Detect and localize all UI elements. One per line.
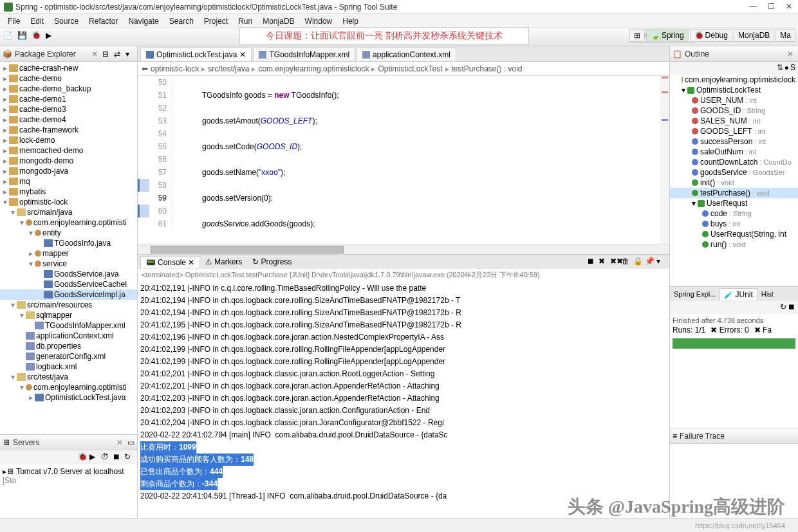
markers-tab[interactable]: ⚠ Markers	[200, 256, 247, 268]
scroll-lock-icon[interactable]: 🔒	[633, 257, 644, 267]
debug-icon[interactable]: 🐞	[32, 31, 44, 44]
xml-file[interactable]: logback.xml	[36, 362, 77, 371]
server-start-icon[interactable]: ▶	[89, 452, 100, 463]
editor-tab[interactable]: OptimisticLockTest.java✕	[140, 48, 252, 61]
breadcrumb[interactable]: ⬅ optimistic-lock▸ src/test/java▸ com.en…	[138, 62, 669, 76]
project-item[interactable]: mongodb-demo	[19, 156, 73, 165]
horizontal-scrollbar[interactable]	[138, 244, 669, 254]
rerun-test-icon[interactable]: ↻	[780, 302, 786, 313]
menu-refactor[interactable]: Refactor	[84, 15, 123, 27]
minimize-button[interactable]: —	[744, 0, 762, 13]
folder-item[interactable]: sqlmapper	[36, 311, 72, 320]
junit-tab[interactable]: 🧪 JUnit	[719, 288, 757, 300]
project-item[interactable]: cache-demo1	[19, 95, 66, 104]
package-item[interactable]: service	[42, 259, 67, 268]
xml-file[interactable]: TGoodsInfoMapper.xml	[45, 321, 125, 330]
package-item[interactable]: mapper	[42, 249, 69, 258]
package-item[interactable]: com.enjoylearning.optimisti	[33, 218, 127, 227]
project-item[interactable]: optimistic-lock	[19, 197, 68, 206]
xml-file[interactable]: generatorConfig.xml	[36, 352, 106, 361]
file-item[interactable]: db.properties	[36, 342, 81, 351]
hide-fields-icon[interactable]: ●	[784, 63, 789, 73]
project-item[interactable]: mq	[19, 177, 30, 186]
history-tab[interactable]: Hist	[757, 289, 777, 299]
project-item[interactable]: cache-demo	[19, 74, 62, 83]
menu-window[interactable]: Window	[300, 15, 338, 27]
open-perspective-icon[interactable]: ⊞	[629, 29, 645, 42]
new-icon[interactable]: 📄	[3, 31, 16, 44]
outline-title: Outline	[685, 50, 783, 59]
source-folder[interactable]: src/test/java	[27, 372, 68, 381]
perspective-debug[interactable]: 🐞 Debug	[690, 29, 732, 42]
menu-edit[interactable]: Edit	[25, 15, 49, 27]
close-servers-icon[interactable]: ✕	[115, 438, 125, 447]
project-item[interactable]: cache-demo4	[19, 115, 66, 124]
xml-file[interactable]: applicationContext.xml	[36, 331, 114, 340]
java-file[interactable]: GoodsService.java	[54, 270, 119, 279]
perspective-more[interactable]: Ma	[775, 29, 795, 42]
server-profile-icon[interactable]: ⏱	[101, 452, 111, 463]
progress-tab[interactable]: ↻ Progress	[247, 256, 297, 268]
source-folder[interactable]: src/main/java	[27, 208, 73, 217]
close-tab-icon[interactable]: ✕	[239, 50, 246, 59]
run-icon[interactable]: ▶	[46, 31, 59, 44]
menu-help[interactable]: Help	[337, 15, 364, 27]
outline-tree[interactable]: com.enjoylearning.optimisticlock ▾Optimi…	[670, 75, 798, 286]
project-item[interactable]: cache-demo3	[19, 105, 66, 114]
perspective-spring[interactable]: 🍃 Spring	[646, 29, 689, 42]
close-button[interactable]: ✕	[780, 0, 798, 13]
code-editor[interactable]: 505152535455565758596061 TGoodsInfo good…	[138, 76, 669, 244]
clear-console-icon[interactable]: 🗑	[622, 257, 632, 267]
maximize-button[interactable]: ☐	[762, 0, 780, 13]
server-item[interactable]: ▸🖥 Tomcat v7.0 Server at localhost [Sto	[3, 467, 135, 485]
terminate-icon[interactable]: ⏹	[587, 257, 597, 267]
console-tab[interactable]: 📟 Console ✕	[140, 256, 200, 268]
menu-project[interactable]: Project	[199, 15, 233, 27]
package-explorer-tree[interactable]: ▸cache-crash-new ▸cache-demo ▸cache-demo…	[0, 62, 137, 434]
spring-explorer-tab[interactable]: Spring Expl...	[670, 289, 719, 299]
project-item[interactable]: mybatis	[19, 187, 46, 196]
java-file[interactable]: GoodsServiceCacheI	[54, 280, 127, 289]
project-item[interactable]: mongodb-java	[19, 167, 68, 176]
close-view-icon[interactable]: ✕	[89, 50, 100, 59]
project-item[interactable]: cache-framework	[19, 125, 79, 134]
close-outline-icon[interactable]: ✕	[785, 50, 795, 59]
remove-all-icon[interactable]: ✖✖	[610, 257, 620, 267]
package-item[interactable]: com.enjoylearning.optimisti	[33, 383, 127, 392]
java-file[interactable]: GoodsServiceImpl.ja	[54, 290, 125, 299]
display-console-icon[interactable]: ▾	[656, 257, 667, 267]
menu-run[interactable]: Run	[233, 15, 257, 27]
view-menu-icon[interactable]: ▾	[125, 50, 135, 59]
project-item[interactable]: cache-demo_backup	[19, 84, 91, 93]
stop-test-icon[interactable]: ⏹	[788, 302, 795, 313]
source-folder[interactable]: src/main/resources	[27, 300, 92, 309]
link-editor-icon[interactable]: ⇄	[114, 50, 123, 59]
menu-source[interactable]: Source	[49, 15, 84, 27]
project-item[interactable]: cache-crash-new	[19, 64, 78, 73]
pin-console-icon[interactable]: 📌	[645, 257, 655, 267]
menu-search[interactable]: Search	[164, 15, 199, 27]
package-item[interactable]: entity	[42, 228, 61, 237]
console-output[interactable]: 20:41:02,191 |-INFO in c.q.l.core.rollin…	[138, 281, 669, 518]
java-file[interactable]: TGoodsInfo.java	[54, 239, 111, 248]
menu-monjadb[interactable]: MonjaDB	[257, 15, 299, 27]
menu-file[interactable]: File	[3, 15, 25, 27]
close-tab-icon[interactable]: ✕	[188, 258, 194, 267]
save-icon[interactable]: 💾	[17, 31, 30, 44]
junit-status: Finished after 4.738 seconds	[673, 316, 795, 324]
editor-tab[interactable]: TGoodsInfoMapper.xml	[253, 48, 355, 61]
hide-static-icon[interactable]: S	[790, 63, 795, 73]
project-item[interactable]: memcached-demo	[19, 146, 83, 155]
sort-icon[interactable]: ⇅	[777, 63, 783, 73]
server-publish-icon[interactable]: ↻	[124, 452, 135, 463]
collapse-all-icon[interactable]: ⊟	[102, 50, 111, 59]
perspective-monjadb[interactable]: MonjaDB	[734, 29, 774, 42]
menu-navigate[interactable]: Navigate	[123, 15, 163, 27]
project-item[interactable]: lock-demo	[19, 136, 55, 145]
remove-launch-icon[interactable]: ✖	[598, 257, 609, 267]
minimize-view-icon[interactable]: ▭	[127, 438, 135, 447]
editor-tab[interactable]: applicationContext.xml	[357, 48, 456, 61]
server-stop-icon[interactable]: ⏹	[113, 452, 123, 463]
java-file[interactable]: OptimisticLockTest.java	[45, 393, 125, 402]
server-debug-icon[interactable]: 🐞	[78, 452, 88, 463]
